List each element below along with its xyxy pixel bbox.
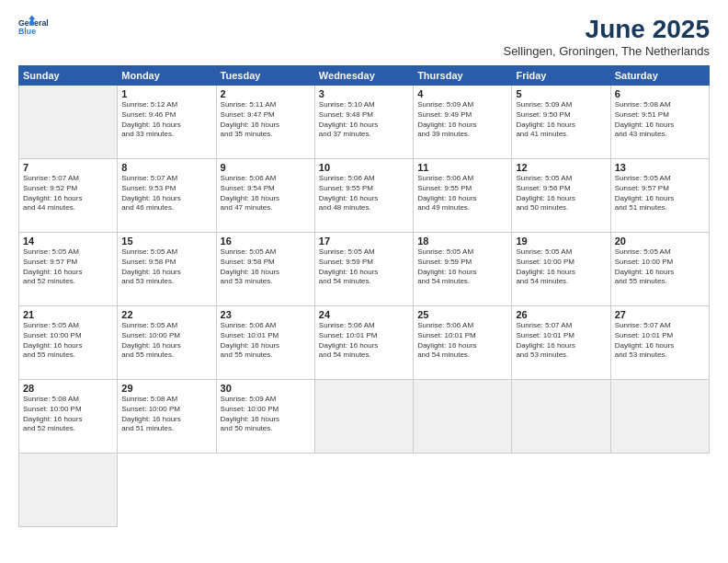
calendar: Sunday Monday Tuesday Wednesday Thursday…: [18, 65, 710, 527]
col-sunday: Sunday: [19, 66, 118, 86]
day-info: Sunrise: 5:06 AM Sunset: 9:55 PM Dayligh…: [417, 174, 507, 213]
day-number: 4: [417, 88, 507, 99]
table-row: [414, 380, 512, 454]
day-info: Sunrise: 5:05 AM Sunset: 9:56 PM Dayligh…: [516, 174, 606, 213]
col-saturday: Saturday: [610, 66, 709, 86]
day-number: 23: [221, 309, 311, 320]
day-info: Sunrise: 5:05 AM Sunset: 10:00 PM Daylig…: [121, 321, 211, 361]
day-info: Sunrise: 5:06 AM Sunset: 10:01 PM Daylig…: [319, 321, 409, 361]
table-row: 9Sunrise: 5:06 AM Sunset: 9:54 PM Daylig…: [216, 159, 314, 233]
day-info: Sunrise: 5:09 AM Sunset: 9:49 PM Dayligh…: [417, 100, 507, 140]
header: General Blue June 2025 Sellingen, Gronin…: [18, 15, 710, 58]
day-number: 8: [121, 162, 211, 173]
day-info: Sunrise: 5:05 AM Sunset: 9:59 PM Dayligh…: [319, 247, 409, 287]
day-info: Sunrise: 5:10 AM Sunset: 9:48 PM Dayligh…: [319, 100, 409, 140]
table-row: 3Sunrise: 5:10 AM Sunset: 9:48 PM Daylig…: [314, 86, 413, 159]
table-row: 6Sunrise: 5:08 AM Sunset: 9:51 PM Daylig…: [610, 86, 709, 159]
day-number: 28: [23, 383, 113, 394]
day-info: Sunrise: 5:05 AM Sunset: 10:00 PM Daylig…: [23, 321, 113, 361]
day-number: 19: [516, 236, 606, 247]
col-friday: Friday: [512, 66, 610, 86]
table-row: 18Sunrise: 5:05 AM Sunset: 9:59 PM Dayli…: [414, 233, 512, 306]
day-info: Sunrise: 5:05 AM Sunset: 10:00 PM Daylig…: [516, 247, 606, 287]
day-info: Sunrise: 5:09 AM Sunset: 10:00 PM Daylig…: [221, 395, 311, 434]
col-wednesday: Wednesday: [314, 66, 413, 86]
day-number: 24: [319, 309, 409, 320]
calendar-week-row: [19, 454, 710, 527]
table-row: 2Sunrise: 5:11 AM Sunset: 9:47 PM Daylig…: [216, 86, 314, 159]
day-info: Sunrise: 5:07 AM Sunset: 9:52 PM Dayligh…: [23, 174, 113, 213]
day-info: Sunrise: 5:05 AM Sunset: 9:58 PM Dayligh…: [221, 247, 311, 287]
day-info: Sunrise: 5:06 AM Sunset: 9:55 PM Dayligh…: [319, 174, 409, 213]
day-number: 27: [615, 309, 705, 320]
table-row: 14Sunrise: 5:05 AM Sunset: 9:57 PM Dayli…: [19, 233, 118, 306]
day-info: Sunrise: 5:05 AM Sunset: 9:58 PM Dayligh…: [121, 247, 211, 287]
day-number: 12: [516, 162, 606, 173]
day-info: Sunrise: 5:07 AM Sunset: 10:01 PM Daylig…: [516, 321, 606, 361]
table-row: 1Sunrise: 5:12 AM Sunset: 9:46 PM Daylig…: [118, 86, 216, 159]
day-number: 29: [121, 383, 211, 394]
day-number: 5: [516, 88, 606, 99]
day-number: 16: [221, 236, 311, 247]
logo: General Blue: [18, 15, 48, 40]
day-info: Sunrise: 5:05 AM Sunset: 10:00 PM Daylig…: [615, 247, 705, 287]
day-number: 20: [615, 236, 705, 247]
day-info: Sunrise: 5:08 AM Sunset: 10:00 PM Daylig…: [121, 395, 211, 434]
table-row: 4Sunrise: 5:09 AM Sunset: 9:49 PM Daylig…: [414, 86, 512, 159]
calendar-week-row: 1Sunrise: 5:12 AM Sunset: 9:46 PM Daylig…: [19, 86, 710, 159]
day-number: 3: [319, 88, 409, 99]
table-row: [19, 86, 118, 159]
table-row: 27Sunrise: 5:07 AM Sunset: 10:01 PM Dayl…: [610, 306, 709, 380]
day-number: 6: [615, 88, 705, 99]
day-number: 10: [319, 162, 409, 173]
location-title: Sellingen, Groningen, The Netherlands: [503, 44, 710, 58]
svg-text:Blue: Blue: [18, 27, 36, 36]
calendar-week-row: 14Sunrise: 5:05 AM Sunset: 9:57 PM Dayli…: [19, 233, 710, 306]
day-info: Sunrise: 5:05 AM Sunset: 9:57 PM Dayligh…: [615, 174, 705, 213]
day-number: 13: [615, 162, 705, 173]
calendar-week-row: 28Sunrise: 5:08 AM Sunset: 10:00 PM Dayl…: [19, 380, 710, 454]
day-number: 22: [121, 309, 211, 320]
table-row: 24Sunrise: 5:06 AM Sunset: 10:01 PM Dayl…: [314, 306, 413, 380]
day-number: 1: [121, 88, 211, 99]
weekday-header-row: Sunday Monday Tuesday Wednesday Thursday…: [19, 66, 710, 86]
table-row: 22Sunrise: 5:05 AM Sunset: 10:00 PM Dayl…: [118, 306, 216, 380]
day-number: 26: [516, 309, 606, 320]
month-title: June 2025: [503, 15, 710, 44]
page: General Blue June 2025 Sellingen, Gronin…: [0, 0, 728, 563]
day-number: 7: [23, 162, 113, 173]
table-row: 23Sunrise: 5:06 AM Sunset: 10:01 PM Dayl…: [216, 306, 314, 380]
day-number: 17: [319, 236, 409, 247]
day-number: 9: [221, 162, 311, 173]
table-row: 28Sunrise: 5:08 AM Sunset: 10:00 PM Dayl…: [19, 380, 118, 454]
table-row: 19Sunrise: 5:05 AM Sunset: 10:00 PM Dayl…: [512, 233, 610, 306]
table-row: 17Sunrise: 5:05 AM Sunset: 9:59 PM Dayli…: [314, 233, 413, 306]
day-number: 15: [121, 236, 211, 247]
day-number: 30: [221, 383, 311, 394]
day-number: 11: [417, 162, 507, 173]
table-row: 11Sunrise: 5:06 AM Sunset: 9:55 PM Dayli…: [414, 159, 512, 233]
day-number: 18: [417, 236, 507, 247]
table-row: 10Sunrise: 5:06 AM Sunset: 9:55 PM Dayli…: [314, 159, 413, 233]
table-row: 20Sunrise: 5:05 AM Sunset: 10:00 PM Dayl…: [610, 233, 709, 306]
day-info: Sunrise: 5:08 AM Sunset: 9:51 PM Dayligh…: [615, 100, 705, 140]
table-row: 7Sunrise: 5:07 AM Sunset: 9:52 PM Daylig…: [19, 159, 118, 233]
table-row: 13Sunrise: 5:05 AM Sunset: 9:57 PM Dayli…: [610, 159, 709, 233]
day-info: Sunrise: 5:12 AM Sunset: 9:46 PM Dayligh…: [121, 100, 211, 140]
title-block: June 2025 Sellingen, Groningen, The Neth…: [503, 15, 710, 58]
table-row: [19, 454, 118, 527]
table-row: 26Sunrise: 5:07 AM Sunset: 10:01 PM Dayl…: [512, 306, 610, 380]
day-number: 21: [23, 309, 113, 320]
table-row: 8Sunrise: 5:07 AM Sunset: 9:53 PM Daylig…: [118, 159, 216, 233]
day-info: Sunrise: 5:06 AM Sunset: 10:01 PM Daylig…: [417, 321, 507, 361]
table-row: 5Sunrise: 5:09 AM Sunset: 9:50 PM Daylig…: [512, 86, 610, 159]
table-row: [512, 380, 610, 454]
table-row: 12Sunrise: 5:05 AM Sunset: 9:56 PM Dayli…: [512, 159, 610, 233]
day-info: Sunrise: 5:05 AM Sunset: 9:57 PM Dayligh…: [23, 247, 113, 287]
day-info: Sunrise: 5:06 AM Sunset: 10:01 PM Daylig…: [221, 321, 311, 361]
table-row: 21Sunrise: 5:05 AM Sunset: 10:00 PM Dayl…: [19, 306, 118, 380]
table-row: 30Sunrise: 5:09 AM Sunset: 10:00 PM Dayl…: [216, 380, 314, 454]
day-info: Sunrise: 5:07 AM Sunset: 10:01 PM Daylig…: [615, 321, 705, 361]
col-tuesday: Tuesday: [216, 66, 314, 86]
table-row: 25Sunrise: 5:06 AM Sunset: 10:01 PM Dayl…: [414, 306, 512, 380]
